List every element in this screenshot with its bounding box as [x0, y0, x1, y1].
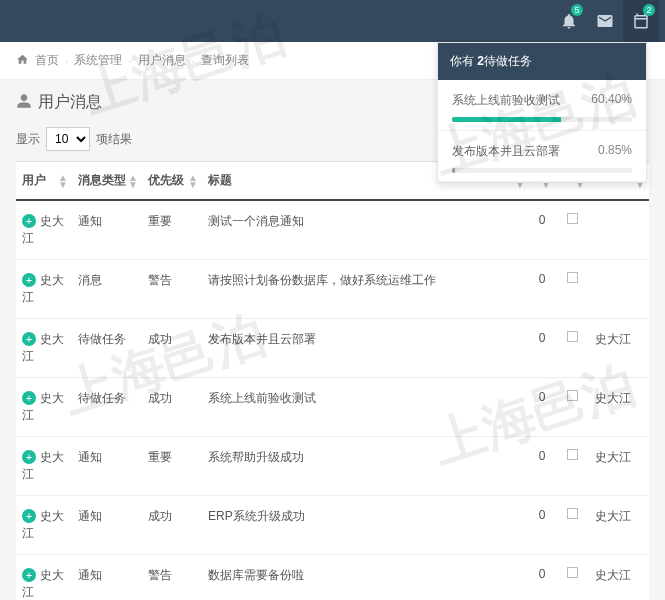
- messages-icon[interactable]: [587, 0, 623, 42]
- cell-subject: 系统帮助升级成功: [202, 437, 529, 496]
- cell-type: 待做任务: [72, 319, 142, 378]
- task-item[interactable]: 发布版本并且云部署 0.85%: [438, 131, 646, 182]
- cell-subject: 发布版本并且云部署: [202, 319, 529, 378]
- cell-from: [589, 260, 649, 319]
- pagelen-suffix: 项结果: [96, 131, 132, 148]
- tasks-head-prefix: 你有: [450, 54, 477, 68]
- cell-subject: 系统上线前验收测试: [202, 378, 529, 437]
- expand-icon[interactable]: +: [22, 214, 36, 228]
- cell-num: 0: [529, 260, 555, 319]
- cell-subject: 测试一个消息通知: [202, 200, 529, 260]
- cell-priority: 警告: [142, 260, 202, 319]
- row-checkbox[interactable]: [567, 213, 578, 224]
- sort-icon: ▲▼: [128, 174, 138, 188]
- cell-num: 0: [529, 555, 555, 601]
- table-row: +史大江通知警告数据库需要备份啦0史大江: [16, 555, 649, 601]
- task-label: 发布版本并且云部署: [452, 143, 560, 160]
- expand-icon[interactable]: +: [22, 568, 36, 582]
- expand-icon[interactable]: +: [22, 509, 36, 523]
- cell-num: 0: [529, 437, 555, 496]
- task-progress: [452, 168, 632, 173]
- cell-from: 史大江: [589, 496, 649, 555]
- cell-priority: 重要: [142, 437, 202, 496]
- tasks-popover-header: 你有 2待做任务: [438, 43, 646, 80]
- task-progress: [452, 117, 632, 122]
- notifications-icon[interactable]: 5: [551, 0, 587, 42]
- sort-icon: ▲▼: [188, 174, 198, 188]
- cell-type: 通知: [72, 555, 142, 601]
- cell-from: 史大江: [589, 378, 649, 437]
- cell-priority: 成功: [142, 319, 202, 378]
- breadcrumb-usermsg[interactable]: 用户消息: [138, 52, 186, 69]
- cell-subject: 数据库需要备份啦: [202, 555, 529, 601]
- notifications-badge: 5: [571, 4, 583, 16]
- topbar: 5 2: [0, 0, 665, 42]
- col-type[interactable]: 消息类型▲▼: [72, 162, 142, 201]
- row-checkbox[interactable]: [567, 272, 578, 283]
- user-icon: [16, 93, 32, 113]
- breadcrumb-list[interactable]: 查询列表: [201, 52, 249, 69]
- breadcrumb-sep: ·: [65, 54, 68, 68]
- table-row: +史大江待做任务成功系统上线前验收测试0史大江: [16, 378, 649, 437]
- row-checkbox[interactable]: [567, 449, 578, 460]
- breadcrumb-sep: ·: [128, 54, 131, 68]
- page-title-text: 用户消息: [38, 92, 102, 113]
- cell-from: 史大江: [589, 437, 649, 496]
- row-checkbox[interactable]: [567, 567, 578, 578]
- pagelen-prefix: 显示: [16, 131, 40, 148]
- tasks-popover: 你有 2待做任务 系统上线前验收测试 60.40% 发布版本并且云部署 0.85…: [437, 42, 647, 183]
- task-label: 系统上线前验收测试: [452, 92, 560, 109]
- breadcrumb-sep: ·: [192, 54, 195, 68]
- cell-from: [589, 200, 649, 260]
- cell-num: 0: [529, 200, 555, 260]
- expand-icon[interactable]: +: [22, 450, 36, 464]
- breadcrumb-home[interactable]: 首页: [35, 52, 59, 69]
- cell-type: 通知: [72, 496, 142, 555]
- cell-priority: 成功: [142, 496, 202, 555]
- cell-type: 通知: [72, 437, 142, 496]
- tasks-head-suffix: 待做任务: [484, 54, 532, 68]
- cell-priority: 成功: [142, 378, 202, 437]
- cell-from: 史大江: [589, 319, 649, 378]
- cell-subject: ERP系统升级成功: [202, 496, 529, 555]
- table-row: +史大江通知成功ERP系统升级成功0史大江: [16, 496, 649, 555]
- cell-num: 0: [529, 496, 555, 555]
- expand-icon[interactable]: +: [22, 273, 36, 287]
- cell-subject: 请按照计划备份数据库，做好系统运维工作: [202, 260, 529, 319]
- message-table: 用户▲▼ 消息类型▲▼ 优先级▲▼ 标题▲▼ ▲▼ ▲▼ ▲▼ +史大江通知重要…: [16, 161, 649, 600]
- expand-icon[interactable]: +: [22, 332, 36, 346]
- task-percent: 60.40%: [591, 92, 632, 109]
- cell-from: 史大江: [589, 555, 649, 601]
- cell-priority: 警告: [142, 555, 202, 601]
- table-row: +史大江消息警告请按照计划备份数据库，做好系统运维工作0: [16, 260, 649, 319]
- home-icon: [16, 53, 29, 69]
- cell-type: 消息: [72, 260, 142, 319]
- page-length-select[interactable]: 10: [46, 127, 90, 151]
- breadcrumb-sys[interactable]: 系统管理: [74, 52, 122, 69]
- table-row: +史大江通知重要测试一个消息通知0: [16, 200, 649, 260]
- tasks-badge: 2: [643, 4, 655, 16]
- cell-num: 0: [529, 378, 555, 437]
- table-row: +史大江待做任务成功发布版本并且云部署0史大江: [16, 319, 649, 378]
- expand-icon[interactable]: +: [22, 391, 36, 405]
- col-priority[interactable]: 优先级▲▼: [142, 162, 202, 201]
- row-checkbox[interactable]: [567, 508, 578, 519]
- col-user[interactable]: 用户▲▼: [16, 162, 72, 201]
- sort-icon: ▲▼: [58, 174, 68, 188]
- row-checkbox[interactable]: [567, 390, 578, 401]
- tasks-icon[interactable]: 2: [623, 0, 659, 42]
- table-row: +史大江通知重要系统帮助升级成功0史大江: [16, 437, 649, 496]
- task-item[interactable]: 系统上线前验收测试 60.40%: [438, 80, 646, 131]
- row-checkbox[interactable]: [567, 331, 578, 342]
- cell-type: 待做任务: [72, 378, 142, 437]
- task-percent: 0.85%: [598, 143, 632, 160]
- cell-num: 0: [529, 319, 555, 378]
- cell-priority: 重要: [142, 200, 202, 260]
- cell-type: 通知: [72, 200, 142, 260]
